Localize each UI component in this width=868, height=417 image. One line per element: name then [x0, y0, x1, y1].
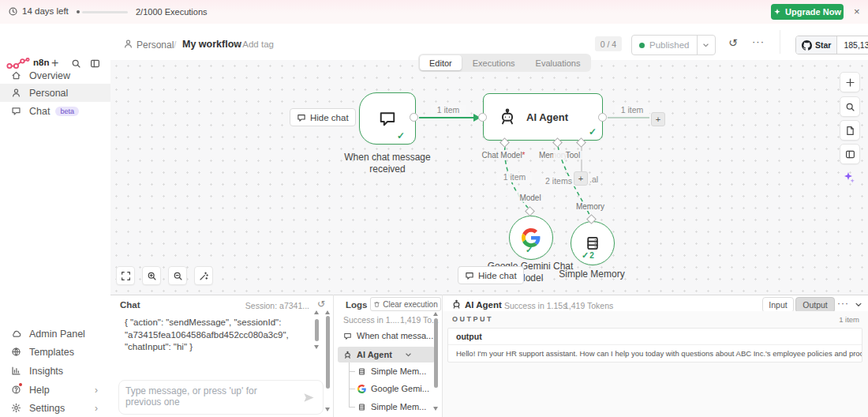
sidebar-item-overview[interactable]: Overview: [0, 66, 110, 85]
more-options-icon[interactable]: ···: [837, 298, 849, 309]
input-tab-button[interactable]: Input: [762, 297, 794, 313]
trial-banner: 14 days left 2/1000 Executions Upgrade N…: [0, 0, 868, 24]
scrollbar-thumb[interactable]: [326, 316, 330, 389]
tab-executions[interactable]: Executions: [463, 55, 525, 70]
add-node-button[interactable]: +: [651, 112, 665, 126]
collapse-panel-icon[interactable]: [855, 301, 862, 309]
add-node-toolbar-button[interactable]: [840, 72, 860, 92]
scrollbar-thumb[interactable]: [315, 319, 319, 341]
zoom-to-fit-button[interactable]: [116, 266, 135, 285]
output-status: Success in 1.15s: [504, 301, 567, 310]
upgrade-now-button[interactable]: Upgrade Now: [771, 4, 844, 20]
log-entry-label: AI Agent: [357, 350, 392, 359]
hide-chat-button-logs[interactable]: Hide chat: [458, 266, 524, 284]
input-port[interactable]: [478, 113, 487, 122]
success-check-icon: ✓: [582, 250, 589, 261]
chat-bubble-icon: [297, 113, 306, 122]
output-port[interactable]: [598, 113, 607, 122]
upgrade-label: Upgrade Now: [785, 7, 841, 17]
log-entry-trigger[interactable]: When chat messa...: [343, 331, 433, 340]
port-label-chat-model: Chat Model*: [472, 151, 535, 160]
tab-evaluations[interactable]: Evaluations: [526, 55, 590, 70]
add-sticky-note-button[interactable]: [840, 120, 860, 141]
output-column-header: output: [448, 329, 862, 345]
add-tag-button[interactable]: + Add tag: [235, 39, 274, 49]
canvas-tabs: Editor Executions Evaluations: [418, 54, 591, 72]
github-star-widget[interactable]: Star 185,130: [795, 36, 868, 54]
clear-execution-label: Clear execution: [383, 300, 437, 309]
trash-icon: [373, 301, 380, 308]
chat-bubble-icon: [343, 332, 352, 340]
tree-connector-stub: [349, 389, 355, 389]
scroll-up-arrow[interactable]: [433, 312, 438, 316]
scroll-down-arrow[interactable]: [433, 407, 438, 411]
edge-label: 1 item: [431, 105, 466, 115]
sidebar-item-settings[interactable]: Settings ›: [0, 399, 110, 417]
node-label-memory: Simple Memory: [546, 269, 638, 280]
ai-assistant-button[interactable]: [840, 167, 859, 186]
breadcrumb-project[interactable]: Personal: [137, 39, 174, 51]
sidebar-item-admin-panel[interactable]: Admin Panel: [0, 325, 110, 343]
sidebar-item-insights[interactable]: Insights: [0, 362, 110, 380]
sidebar-item-templates[interactable]: Templates: [0, 343, 110, 361]
published-dropdown[interactable]: [697, 36, 715, 54]
published-toggle[interactable]: Published: [631, 35, 716, 55]
history-icon[interactable]: ↺: [728, 36, 738, 49]
reset-session-icon[interactable]: ↺: [317, 299, 325, 310]
output-port[interactable]: [410, 113, 418, 122]
github-star-button[interactable]: Star: [796, 36, 837, 54]
zoom-in-icon: [147, 271, 157, 281]
run-count: 2: [589, 251, 594, 260]
log-entry-memory[interactable]: Simple Mem...: [357, 366, 426, 376]
scroll-down-arrow[interactable]: [314, 345, 319, 349]
banner-close-icon[interactable]: ×: [854, 6, 860, 17]
sidebar-item-label: Settings: [29, 403, 65, 414]
chat-bubble-icon: [465, 271, 474, 280]
scroll-up-arrow[interactable]: [314, 310, 319, 314]
node-chat-trigger[interactable]: [359, 92, 416, 145]
log-entry-memory-2[interactable]: Simple Mem...: [357, 402, 426, 411]
star-count: 185,130: [837, 36, 868, 54]
hide-chat-label: Hide chat: [310, 113, 349, 122]
hide-chat-button[interactable]: Hide chat: [290, 108, 356, 126]
toggle-panel-button[interactable]: [840, 144, 860, 164]
node-ai-agent[interactable]: AI Agent: [483, 93, 603, 141]
fit-view-icon: [121, 271, 131, 281]
scroll-down-arrow[interactable]: [325, 408, 330, 411]
magic-wand-icon: [199, 271, 209, 281]
sidebar-item-help[interactable]: Help ›: [0, 381, 110, 399]
tab-editor[interactable]: Editor: [420, 55, 462, 70]
send-icon[interactable]: [303, 392, 315, 404]
sidebar-item-label: Chat: [29, 106, 50, 117]
clear-execution-button[interactable]: Clear execution: [370, 297, 441, 311]
log-entry-label: Simple Mem...: [371, 366, 426, 376]
github-icon: [802, 40, 812, 51]
workflow-name[interactable]: My workflow: [182, 39, 241, 50]
chat-message-json: { "action": "sendMessage", "sessionId": …: [125, 317, 310, 354]
home-icon: [11, 70, 21, 81]
search-nodes-button[interactable]: [840, 96, 860, 117]
output-tab-button[interactable]: Output: [795, 297, 835, 313]
zoom-out-button[interactable]: [168, 266, 187, 285]
sidebar-item-chat[interactable]: Chat beta: [0, 102, 110, 120]
more-options-icon[interactable]: ···: [752, 36, 765, 47]
node-label-trigger: When chat message received: [335, 152, 440, 175]
sidebar-item-personal[interactable]: Personal: [0, 84, 110, 102]
sparkles-icon: [843, 171, 855, 183]
port-label-tool: Tool: [553, 151, 593, 160]
scroll-up-arrow[interactable]: [325, 310, 330, 314]
output-body: OUTPUT 1 item output Hello! I'm your HR …: [443, 311, 868, 417]
log-entry-ai-agent[interactable]: AI Agent: [338, 347, 435, 363]
zoom-out-icon: [173, 271, 183, 281]
add-tool-button[interactable]: +: [574, 171, 588, 186]
zoom-in-button[interactable]: [142, 266, 161, 285]
scrollbar-thumb[interactable]: [434, 318, 438, 388]
chevron-right-icon: ›: [95, 385, 98, 396]
chat-trigger-icon: [378, 109, 397, 128]
chat-message-input[interactable]: [125, 385, 291, 411]
evaluation-count-badge: 0 / 4: [595, 36, 622, 51]
chat-input-box[interactable]: [118, 380, 324, 415]
tidy-up-button[interactable]: [194, 266, 213, 285]
log-entry-gemini[interactable]: Google Gemi...: [357, 384, 429, 393]
search-icon: [845, 102, 855, 112]
